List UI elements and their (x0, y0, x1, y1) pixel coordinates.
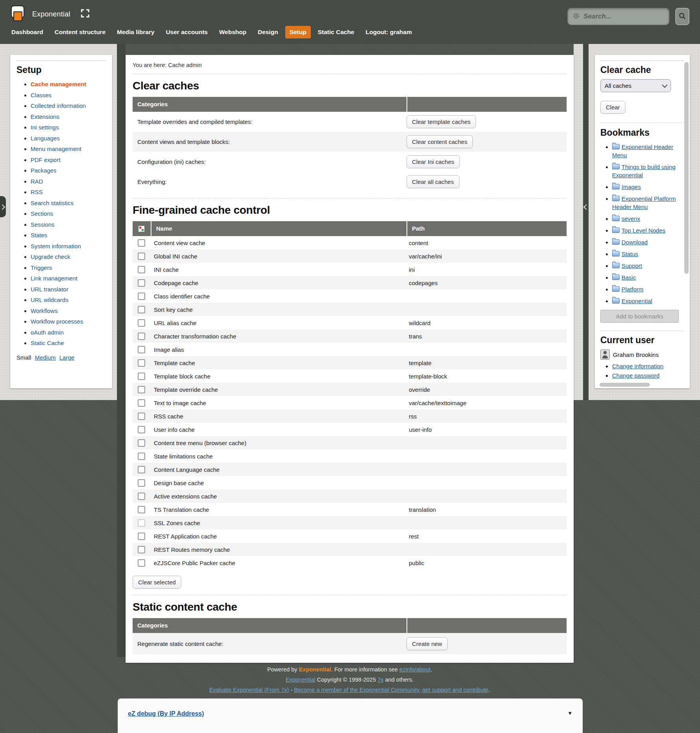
row-checkbox[interactable] (138, 453, 145, 460)
row-checkbox[interactable] (138, 373, 145, 380)
row-checkbox[interactable] (138, 533, 145, 540)
clear-cache-button[interactable]: Clear template caches (407, 115, 476, 128)
row-checkbox[interactable] (138, 359, 145, 367)
clear-cache-button[interactable]: Clear content caches (407, 135, 473, 148)
clear-cache-button[interactable]: Clear all caches (407, 175, 459, 188)
sidebar-menu-link[interactable]: Link management (31, 275, 77, 282)
row-checkbox[interactable] (138, 439, 145, 447)
vertical-scrollbar-thumb[interactable] (684, 62, 689, 274)
horizontal-scrollbar-thumb[interactable] (600, 383, 650, 387)
community-link[interactable]: Become a member of the Exponential Commu… (294, 687, 488, 693)
nav-item[interactable]: Setup (285, 26, 311, 38)
row-checkbox[interactable] (138, 559, 145, 567)
sidebar-menu-link[interactable]: States (31, 232, 47, 238)
bookmark-link[interactable]: Basic (622, 274, 636, 281)
row-checkbox[interactable] (138, 239, 145, 247)
nav-item[interactable]: Design (253, 26, 283, 38)
sidebar-menu-link[interactable]: Sections (31, 210, 53, 217)
row-checkbox[interactable] (138, 333, 145, 340)
row-checkbox[interactable] (138, 346, 145, 353)
sidebar-menu-link[interactable]: Static Cache (31, 340, 64, 346)
clear-selected-button[interactable]: Clear selected (133, 576, 181, 589)
sidebar-menu-link[interactable]: Triggers (31, 264, 52, 271)
nav-item[interactable]: User accounts (162, 26, 212, 38)
bookmark-link[interactable]: Support (622, 262, 642, 269)
row-checkbox[interactable] (138, 493, 145, 500)
ezinfo-about-link[interactable]: ezinfo/about (399, 666, 430, 673)
sidebar-menu-link[interactable]: URL translator (31, 286, 68, 293)
sidebar-menu-link[interactable]: Workflows (31, 307, 58, 314)
ez-debug-title-link[interactable]: eZ debug (By IP Address) (128, 710, 204, 717)
debug-collapse-icon[interactable]: ▼ (567, 710, 572, 716)
sidebar-menu-link[interactable]: Collected information (31, 102, 86, 109)
row-checkbox[interactable] (138, 319, 145, 327)
bookmark-link[interactable]: Download (622, 239, 648, 246)
cache-type-select[interactable]: All caches (600, 79, 671, 92)
nav-item[interactable]: Dashboard (7, 26, 47, 38)
nav-item[interactable]: Webshop (215, 26, 250, 38)
row-checkbox[interactable] (138, 386, 145, 393)
sidebar-menu-link[interactable]: System information (31, 243, 81, 249)
row-checkbox[interactable] (138, 293, 145, 300)
sidebar-menu-link[interactable]: RAD (31, 178, 43, 185)
fullscreen-icon[interactable] (80, 9, 90, 20)
user-link[interactable]: Change information (612, 363, 664, 369)
row-checkbox[interactable] (138, 426, 145, 433)
nav-item[interactable]: Logout: graham (361, 26, 416, 38)
clear-cache-button[interactable]: Clear Ini caches (407, 155, 460, 168)
bookmark-link[interactable]: Top Level Nodes (622, 227, 665, 234)
sidebar-menu-link[interactable]: oAuth admin (31, 329, 64, 336)
search-placeholder: Search... (583, 13, 611, 20)
row-checkbox[interactable] (138, 279, 145, 287)
bookmark-link[interactable]: Exponential Header Menu (612, 144, 673, 158)
row-checkbox[interactable] (138, 399, 145, 407)
exponential-copyright-link[interactable]: Exponential (286, 677, 315, 683)
row-checkbox[interactable] (138, 253, 145, 260)
sidebar-menu-link[interactable]: Languages (31, 135, 60, 142)
search-input[interactable]: Search... (567, 8, 669, 25)
sidebar-menu-link[interactable]: Upgrade check (31, 253, 70, 260)
sidebar-menu-link[interactable]: Extensions (31, 113, 59, 120)
bookmark-link[interactable]: Exponential Platform Header Menu (612, 195, 676, 210)
row-checkbox[interactable] (138, 519, 145, 527)
bookmark-link[interactable]: Things to build using Exponential (612, 164, 676, 178)
row-checkbox[interactable] (138, 413, 145, 420)
bookmark-link[interactable]: sevenx (622, 215, 640, 222)
sidebar-menu-link[interactable]: Classes (31, 92, 51, 98)
nav-item[interactable]: Content structure (50, 26, 110, 38)
row-checkbox[interactable] (138, 506, 145, 513)
clear-button[interactable]: Clear (600, 101, 625, 114)
footer-line-powered: Powered by Exponential. For more informa… (126, 664, 574, 675)
sidebar-menu-link[interactable]: URL wildcards (31, 296, 68, 303)
search-button[interactable] (675, 8, 689, 25)
size-link-medium[interactable]: Medium (35, 354, 56, 361)
row-checkbox[interactable] (138, 546, 145, 553)
row-checkbox[interactable] (138, 466, 145, 473)
user-link[interactable]: Change password (612, 372, 660, 379)
nav-item[interactable]: Media library (113, 26, 159, 38)
bookmark-link[interactable]: Platform (622, 286, 643, 293)
row-checkbox[interactable] (138, 306, 145, 313)
sidebar-menu-link[interactable]: Cache management (31, 81, 86, 87)
size-link-large[interactable]: Large (59, 354, 74, 361)
sidebar-menu-link[interactable]: Menu management (31, 146, 81, 152)
sidebar-menu-link[interactable]: Workflow processes (31, 318, 83, 325)
bookmark-link[interactable]: Status (622, 251, 638, 257)
nav-item[interactable]: Static Cache (314, 26, 359, 38)
create-new-button[interactable]: Create new (407, 637, 448, 650)
sidebar-menu-link[interactable]: Ini settings (31, 124, 59, 131)
bookmark-link[interactable]: Images (622, 184, 641, 190)
7x-link[interactable]: 7x (377, 677, 383, 683)
row-checkbox[interactable] (138, 266, 145, 273)
sidebar-menu-link[interactable]: Sessions (31, 221, 55, 228)
exponential-link[interactable]: Exponential (299, 666, 331, 673)
evaluate-link[interactable]: Evaluate Exponential (From 7x) (209, 687, 289, 693)
sidebar-menu-link[interactable]: Search statistics (31, 200, 73, 206)
sidebar-menu-item: Workflow processes (31, 318, 106, 325)
row-checkbox[interactable] (138, 479, 145, 487)
sidebar-menu-link[interactable]: Packages (31, 167, 57, 174)
sidebar-menu-link[interactable]: RSS (31, 189, 43, 195)
toggle-select-all-icon[interactable] (138, 225, 145, 233)
bookmark-link[interactable]: Exponential (622, 298, 652, 304)
sidebar-menu-link[interactable]: PDF export (31, 156, 60, 163)
